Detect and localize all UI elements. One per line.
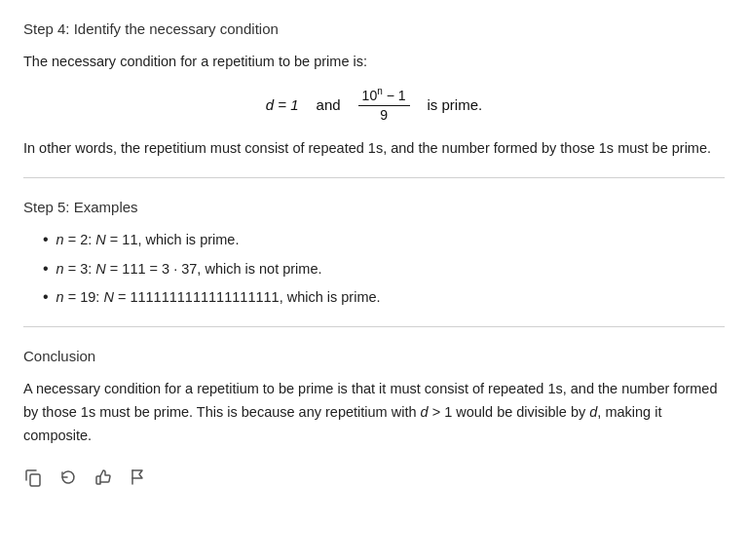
fraction-numerator: 10n − 1 [358,88,410,106]
thumbs-up-icon[interactable] [94,467,113,496]
step4-intro: The necessary condition for a repetitium… [23,51,725,74]
example-1: n = 2: N = 11, which is prime. [56,229,240,251]
bullet-dot: • [43,261,49,277]
conclusion-body: A necessary condition for a repetitium t… [23,378,725,448]
math-suffix: is prime. [428,93,483,117]
step4-description: In other words, the repetitium must cons… [23,137,725,161]
fraction-denominator: 9 [376,106,392,124]
step5-title: Step 5: Examples [23,196,725,219]
d-var: d [266,96,274,113]
conclusion-title: Conclusion [23,345,725,368]
bullet-dot: • [43,232,49,247]
list-item: • n = 19: N = 1111111111111111111, which… [43,286,725,309]
example-2: n = 3: N = 111 = 3 · 37, which is not pr… [56,258,322,280]
math-d-equals: d = 1 [266,93,299,117]
math-formula: d = 1 and 10n − 1 9 is prime. [23,88,725,124]
svg-rect-0 [30,474,40,486]
list-item: • n = 3: N = 111 = 3 · 37, which is not … [43,258,725,280]
fraction-expression: 10n − 1 9 [358,88,410,124]
divider-1 [23,177,725,178]
copy-icon[interactable] [23,467,43,496]
divider-2 [23,326,725,327]
bullet-dot: • [43,289,49,305]
step4-title: Step 4: Identify the necessary condition [23,18,725,41]
example-3: n = 19: N = 1111111111111111111, which i… [56,286,381,309]
footer-toolbar [23,467,725,496]
and-word: and [317,93,341,117]
flag-icon[interactable] [129,467,148,496]
list-item: • n = 2: N = 11, which is prime. [43,229,725,251]
examples-list: • n = 2: N = 11, which is prime. • n = 3… [23,229,725,309]
refresh-icon[interactable] [58,467,78,496]
